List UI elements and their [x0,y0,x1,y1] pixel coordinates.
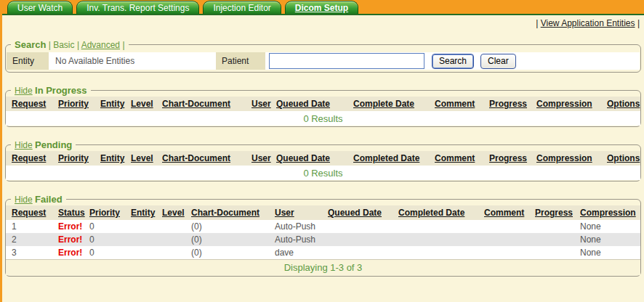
column-header-request[interactable]: Request [6,205,52,220]
table-cell-queued-date [322,233,393,246]
table-cell-compression: None [574,220,640,233]
table-cell-chart-document: (0) [185,246,269,260]
table-header-row: RequestPriorityEntityLevelChart-Document… [6,97,640,111]
top-link-row: | View Application Entities | [2,15,644,29]
tab-dicom-setup[interactable]: Dicom Setup [285,1,358,14]
tab-label: Dicom Setup [295,3,348,13]
search-legend: Search | Basic | Advanced | [11,39,129,50]
patient-input[interactable] [269,53,424,69]
column-header-queued-date[interactable]: Queued Date [270,151,347,166]
table-cell-status: Error! [52,220,84,233]
table-cell-comment [478,220,529,233]
column-header-progress[interactable]: Progress [483,97,531,111]
column-header-compression[interactable]: Compression [531,97,601,111]
column-header-comment[interactable]: Comment [429,151,483,166]
column-header-level[interactable]: Level [125,151,156,166]
tab-inv-trans-report-settings[interactable]: Inv. Trans. Report Settings [76,1,199,14]
search-title: Search [15,39,46,50]
view-application-entities-link[interactable]: View Application Entities [541,18,635,28]
table-header-row: RequestPriorityEntityLevelChart-Document… [6,151,640,166]
column-header-entity[interactable]: Entity [94,97,125,111]
entity-value: No Available Entities [49,56,216,66]
pending-title: Pending [35,139,72,150]
column-header-request[interactable]: Request [6,151,52,166]
column-header-queued-date[interactable]: Queued Date [322,205,393,220]
tab-user-watch[interactable]: User Watch [7,1,73,14]
table-cell-status: Error! [52,246,84,260]
table-cell-chart-document: (0) [185,233,269,246]
dicom-setup-page: User Watch Inv. Trans. Report Settings I… [0,0,644,302]
table-header-row: RequestStatusPriorityEntityLevelChart-Do… [6,205,640,220]
table-cell-progress [529,220,574,233]
separator: | [77,40,79,50]
empty-results-row: 0 Results [6,111,640,126]
tab-label: Injection Editor [213,3,270,13]
tab-label: Inv. Trans. Report Settings [86,3,189,13]
hide-failed-link[interactable]: Hide [15,195,33,205]
table-cell-user: Auto-Push [269,233,322,246]
failed-fieldset: Hide Failed RequestStatusPriorityEntityL… [5,194,641,277]
column-header-user[interactable]: User [246,151,270,166]
column-header-options[interactable]: Options [601,97,640,111]
column-header-priority[interactable]: Priority [52,151,94,166]
table-cell-compression: None [574,233,640,246]
column-header-compression[interactable]: Compression [574,205,640,220]
column-header-chart-document[interactable]: Chart-Document [156,97,246,111]
table-cell-completed-date [393,233,478,246]
column-header-entity[interactable]: Entity [125,205,156,220]
table-cell-entity [125,233,156,246]
separator: | [122,40,124,50]
table-row: 2Error!0(0)Auto-PushNone [6,233,640,246]
search-button[interactable]: Search [432,54,474,69]
column-header-priority[interactable]: Priority [84,205,125,220]
search-row: Entity No Available Entities Patient Sea… [7,52,640,70]
results-count-text: 0 Results [6,111,640,126]
table-cell-progress [529,246,574,260]
table-cell-comment [478,246,529,260]
table-cell-chart-document: (0) [185,220,269,233]
in-progress-table: RequestPriorityEntityLevelChart-Document… [6,97,640,126]
column-header-request[interactable]: Request [6,97,52,111]
column-header-user[interactable]: User [269,205,322,220]
column-header-user[interactable]: User [246,97,270,111]
column-header-chart-document[interactable]: Chart-Document [156,151,246,166]
separator: | [49,40,51,50]
table-cell-request: 1 [6,220,52,233]
pending-legend: Hide Pending [11,139,76,150]
tab-injection-editor[interactable]: Injection Editor [203,1,281,14]
column-header-comment[interactable]: Comment [429,97,483,111]
in-progress-fieldset: Hide In Progress RequestPriorityEntityLe… [5,85,641,127]
table-footer-row: Displaying 1-3 of 3 [6,260,640,276]
column-header-options[interactable]: Options [601,151,640,166]
column-header-compression[interactable]: Compression [531,151,601,166]
table-cell-progress [529,233,574,246]
column-header-progress[interactable]: Progress [483,151,531,166]
column-header-priority[interactable]: Priority [52,97,94,111]
results-count-text: 0 Results [6,166,640,180]
in-progress-title: In Progress [35,85,87,96]
tab-label: User Watch [17,3,63,13]
hide-pending-link[interactable]: Hide [15,140,33,150]
column-header-level[interactable]: Level [156,205,185,220]
column-header-complete-date[interactable]: Complete Date [347,97,429,111]
search-fieldset: Search | Basic | Advanced | Entity No Av… [5,39,641,73]
pending-fieldset: Hide Pending RequestPriorityEntityLevelC… [5,139,641,181]
table-cell-entity [125,246,156,260]
table-cell-queued-date [322,220,393,233]
column-header-comment[interactable]: Comment [478,205,529,220]
column-header-progress[interactable]: Progress [529,205,574,220]
failed-legend: Hide Failed [11,194,66,205]
advanced-link[interactable]: Advanced [81,40,120,50]
hide-in-progress-link[interactable]: Hide [15,86,33,96]
column-header-entity[interactable]: Entity [94,151,125,166]
table-cell-level [156,220,185,233]
column-header-completed-date[interactable]: Completed Date [393,205,478,220]
column-header-level[interactable]: Level [125,97,156,111]
basic-link[interactable]: Basic [53,40,74,50]
column-header-completed-date[interactable]: Completed Date [347,151,429,166]
column-header-queued-date[interactable]: Queued Date [270,97,347,111]
column-header-chart-document[interactable]: Chart-Document [185,205,269,220]
column-header-status[interactable]: Status [52,205,84,220]
pipe: | [635,18,640,28]
clear-button[interactable]: Clear [480,54,516,69]
